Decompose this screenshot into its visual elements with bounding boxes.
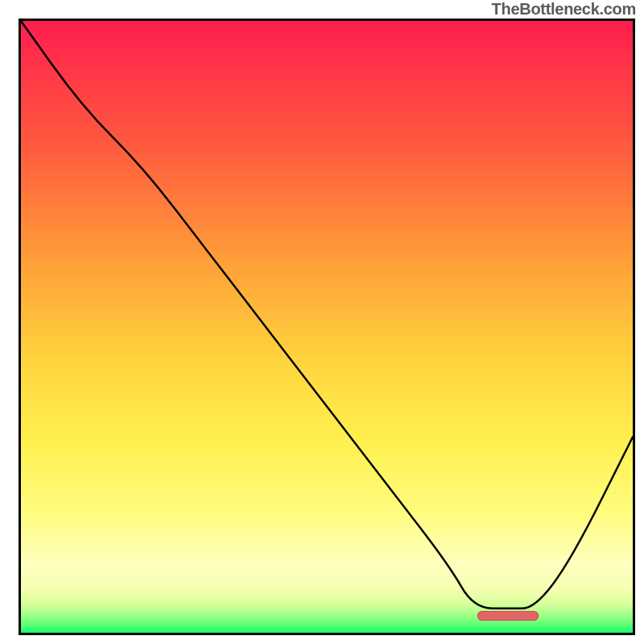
watermark-text: TheBottleneck.com: [492, 0, 636, 19]
optimal-range-marker: [477, 611, 539, 621]
chart-canvas: TheBottleneck.com: [0, 0, 644, 644]
bottleneck-curve: [21, 21, 633, 633]
plot-frame: [19, 19, 635, 635]
